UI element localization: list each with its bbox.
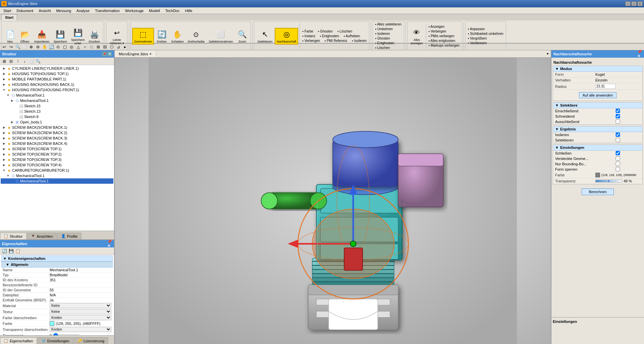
ribbon-btn-neu[interactable]: 📄 Neu bbox=[3, 28, 17, 44]
properties-pin-icon[interactable]: 📌 bbox=[107, 239, 112, 244]
tool-btn-2[interactable]: ↪ bbox=[8, 44, 14, 50]
ribbon-btn-speichern-unter[interactable]: 💾 Speichernunter bbox=[69, 26, 87, 46]
menu-werkzeuge[interactable]: Werkzeuge bbox=[122, 8, 146, 13]
tree-item-open-body[interactable]: ▶ ⊟ Open_body.1 bbox=[1, 119, 113, 125]
tree-item-mechanical-tool-inner[interactable]: ▶ ⬡ MechanicalTool.1 bbox=[1, 98, 113, 103]
ribbon-tab-start[interactable]: Start bbox=[1, 14, 17, 20]
menu-ansicht[interactable]: Ansicht bbox=[36, 8, 53, 13]
rp-farbe-swatch[interactable] bbox=[595, 173, 600, 177]
tree-item-sketch-8[interactable]: ⬜ Sketch.8 bbox=[1, 114, 113, 119]
structure-pin-icon[interactable]: 📌 bbox=[102, 52, 107, 56]
tool-btn-16[interactable]: ⊟ bbox=[102, 44, 108, 50]
cb-schneidend-input[interactable] bbox=[595, 114, 640, 118]
material-select[interactable]: Keins bbox=[50, 303, 111, 308]
tool-btn-6[interactable]: ⊖ bbox=[35, 44, 41, 50]
tree-item-screw-back-2[interactable]: ▶ ■ SCREW BACK(SCREW BACK.2) bbox=[1, 130, 113, 135]
viewport-tab-close[interactable]: ✕ bbox=[149, 52, 152, 56]
ribbon-btn-alles-anzeigen[interactable]: 👁 Allesanzeigen bbox=[409, 26, 425, 46]
rp-selektiere-header[interactable]: ▼ Selektiere bbox=[553, 103, 642, 108]
prop-value-material[interactable]: Keins bbox=[50, 303, 111, 308]
menu-start[interactable]: Start bbox=[1, 8, 14, 13]
expand-housing-top[interactable]: ▶ bbox=[2, 72, 6, 76]
tree-item-mech-tool-selected[interactable]: ⬡ MechanicalTool.1 bbox=[1, 178, 113, 184]
cb-nur-bounding-input[interactable] bbox=[595, 162, 640, 166]
menu-modell[interactable]: Modell bbox=[146, 8, 162, 13]
cb-schliessen-input[interactable] bbox=[595, 151, 640, 155]
ribbon-small-alles-entghosten[interactable]: ▪ Alles entghosten bbox=[428, 39, 461, 43]
ribbon-btn-schieben[interactable]: ✋ Schieben bbox=[169, 28, 185, 44]
prop-tool-3[interactable]: 📋 bbox=[15, 248, 21, 254]
ribbon-btn-nachbarschaft[interactable]: ◎ Nachbarschaft bbox=[275, 28, 298, 45]
struct-tool-1[interactable]: ⊞ bbox=[1, 58, 7, 64]
tree-item-screw-top-1[interactable]: ▶ ■ SCREW TOP(SCREW TOP.1) bbox=[1, 146, 113, 152]
ribbon-btn-zoom[interactable]: 🔍 Zoom bbox=[235, 28, 249, 44]
close-button[interactable]: ✕ bbox=[637, 1, 643, 6]
ribbon-small-ghosten2[interactable]: ▪ Ghosten bbox=[374, 36, 402, 41]
expand-screw-back-2[interactable]: ▶ bbox=[2, 131, 6, 135]
transparenz-slider[interactable] bbox=[53, 333, 80, 335]
ribbon-small-markups-verbergen[interactable]: ▪ Markups verbergen bbox=[428, 43, 461, 48]
minimize-button[interactable]: ─ bbox=[625, 1, 631, 6]
expand-mobile-part[interactable]: ▶ bbox=[2, 77, 6, 81]
tree-item-mobile-part[interactable]: ▶ ■ MOBILE PART(MOBILE PART.1) bbox=[1, 76, 113, 82]
tool-btn-11[interactable]: ◎ bbox=[68, 44, 74, 50]
cb-isolieren-ergebnis-input[interactable] bbox=[595, 132, 640, 137]
tab-profile[interactable]: 👤 Profile bbox=[57, 233, 81, 239]
ribbon-small-instanz[interactable]: ▪ Instanz bbox=[301, 34, 316, 38]
expand-housing-back[interactable]: ▶ bbox=[2, 82, 6, 87]
rp-einstellungen-header[interactable]: ▼ Einstellungen bbox=[553, 145, 642, 151]
struct-tool-4[interactable]: ↓ bbox=[21, 58, 28, 64]
ribbon-small-isolieren[interactable]: ▪ Isolieren bbox=[374, 32, 402, 36]
tool-btn-4[interactable]: ⬜ bbox=[21, 44, 28, 50]
expand-screw-top-2[interactable]: ▶ bbox=[2, 152, 6, 156]
prop-value-textur[interactable]: Keine bbox=[50, 309, 111, 314]
tool-btn-19[interactable]: ▸ bbox=[122, 44, 128, 50]
rp-transparenz-slider[interactable] bbox=[595, 180, 622, 182]
prop-tool-1[interactable]: 🔄 bbox=[1, 248, 7, 254]
auf-alle-anwenden-button[interactable]: Auf alle anwenden bbox=[579, 92, 617, 98]
ribbon-btn-drehen[interactable]: 🔄 Drehen bbox=[155, 28, 169, 44]
tree-item-screw-top-2[interactable]: ▶ ■ SCREW TOP(SCREW TOP.2) bbox=[1, 152, 113, 157]
expand-screw-back-1[interactable]: ▶ bbox=[2, 125, 6, 129]
ribbon-small-sichtbarkeit-umkehren[interactable]: ▪ Sichtbarkeit umkehren bbox=[467, 32, 504, 36]
struct-tool-3[interactable]: ↑ bbox=[15, 58, 21, 64]
farbe-swatch[interactable] bbox=[50, 321, 54, 326]
expand-mech-1[interactable]: ▼ bbox=[6, 93, 10, 97]
tree-item-mech-tool-carb[interactable]: ▼ ⬡ MechanicalTool.1 bbox=[1, 173, 113, 178]
tab-einstellungen-prop[interactable]: ⚙️ Einstellungen bbox=[38, 337, 73, 344]
ribbon-small-entghosten[interactable]: ▪ Entghosten bbox=[319, 34, 340, 38]
knoteneigenschaften-header[interactable]: ▼ Knoteneigenschaften bbox=[1, 255, 113, 262]
prop-value-transparenz-uberschreiben[interactable]: Knoten bbox=[50, 327, 111, 332]
tool-btn-12[interactable]: △ bbox=[75, 44, 81, 50]
cb-einschliessend-input[interactable] bbox=[595, 109, 640, 113]
tab-ansichten[interactable]: 👁️ Ansichten bbox=[27, 233, 57, 239]
ribbon-small-umkehren[interactable]: ▪ Umkehren bbox=[374, 27, 402, 31]
ribbon-small-loeschen[interactable]: ▪ Löschen bbox=[336, 29, 353, 34]
transparenz-uberschreiben-select[interactable]: Knoten bbox=[50, 327, 111, 332]
expand-screw-top-3[interactable]: ▶ bbox=[2, 158, 6, 162]
menu-hilfe[interactable]: Hilfe bbox=[182, 8, 195, 13]
ribbon-btn-oeffnen[interactable]: 📂 Öffnen bbox=[18, 28, 32, 44]
farbe-uberschreiben-select[interactable]: Knoten bbox=[50, 315, 111, 320]
menu-messung[interactable]: Messung bbox=[53, 8, 74, 13]
structure-close-icon[interactable]: ✕ bbox=[107, 52, 112, 56]
tree-item-screw-top-4[interactable]: ▶ ■ SCREW TOP(SCREW TOP.4) bbox=[1, 162, 113, 168]
ribbon-small-anpassen[interactable]: ▪ Anpassen bbox=[467, 27, 504, 31]
rp-modus-header[interactable]: ▼ Modus bbox=[553, 66, 642, 72]
tool-btn-7[interactable]: ✋ bbox=[42, 44, 48, 50]
menu-analyse[interactable]: Analyse bbox=[74, 8, 92, 13]
berechnen-button[interactable]: Berechnen bbox=[582, 188, 613, 195]
tab-eigenschaften[interactable]: 📋 Eigenschaften bbox=[0, 337, 37, 344]
ribbon-small-aufheben[interactable]: ▪ Aufheben bbox=[343, 34, 361, 38]
tree-item-housing-back[interactable]: ▶ ■ HOUSING BACK(HOUSING BACK.1) bbox=[1, 82, 113, 87]
cb-versteckte-geome-input[interactable] bbox=[595, 156, 640, 161]
expand-screw-top-1[interactable]: ▶ bbox=[2, 147, 6, 151]
ribbon-btn-drucken[interactable]: 🖨️ Drucken bbox=[87, 28, 102, 44]
expand-screw-top-4[interactable]: ▶ bbox=[2, 163, 6, 167]
ribbon-btn-letzte-aktionen[interactable]: ↩ LetzteAktionen ▾ bbox=[108, 26, 126, 46]
tree-item-sketch-15[interactable]: ⬜ Sketch.15 bbox=[1, 103, 113, 109]
ribbon-small-verbergen[interactable]: ▪ Verbergen bbox=[301, 39, 321, 43]
tree-item-cylinder-liner[interactable]: ▶ ■ CYLINDER LINER(CYLINDER LINER.1) bbox=[1, 66, 113, 71]
ribbon-small-ghosten[interactable]: ▪ Ghosten bbox=[317, 29, 334, 34]
tree-item-screw-back-4[interactable]: ▶ ■ SCREW BACK(SCREW BACK.4) bbox=[1, 141, 113, 146]
